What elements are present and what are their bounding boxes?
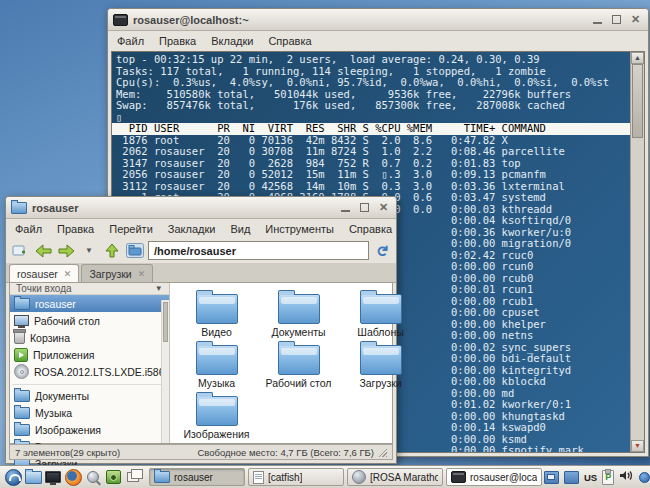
refresh-icon[interactable]: ↻: [372, 241, 392, 261]
terminal-window-icon: [113, 14, 128, 26]
task-button-area: rosauser[catfish][ROSA Marathon ...rosau…: [149, 468, 542, 486]
close-icon[interactable]: ✕: [378, 202, 389, 213]
file-item-label: Рабочий стол: [258, 377, 340, 389]
up-button[interactable]: [102, 241, 122, 261]
sidebar-scrollbar[interactable]: [161, 300, 169, 443]
sidebar-item-music[interactable]: Музыка: [10, 404, 169, 421]
show-desktop-button[interactable]: [43, 468, 63, 486]
tab-rosauser[interactable]: rosauser✕: [9, 264, 79, 282]
sidebar-header[interactable]: Точки входа ▼: [10, 283, 169, 295]
terminal-titlebar[interactable]: rosauser@localhost:~ ✕: [108, 9, 648, 31]
fm-sidebar: Точки входа ▼ rosauserРабочий столКорзин…: [10, 283, 170, 443]
sidebar-item-apps[interactable]: Приложения: [10, 346, 169, 363]
tab-label: rosauser: [17, 268, 58, 280]
scrollbar-thumb[interactable]: [632, 64, 643, 138]
file-item-music[interactable]: Музыка: [176, 340, 258, 391]
sidebar-item-label: Корзина: [30, 332, 70, 344]
resize-grip[interactable]: [378, 448, 387, 457]
menu-item[interactable]: Правка: [57, 223, 94, 235]
iconify-windows-button[interactable]: [123, 468, 143, 486]
folder-icon: [14, 298, 30, 310]
firefox-button[interactable]: [63, 468, 83, 486]
terminal-line: top - 00:32:15 up 22 min, 2 users, load …: [116, 54, 630, 66]
screenshot-button[interactable]: [103, 468, 123, 486]
back-button[interactable]: [33, 241, 53, 261]
search-button[interactable]: [83, 468, 103, 486]
keyboard-layout-indicator[interactable]: US: [584, 472, 597, 483]
tab-close-icon[interactable]: ✕: [138, 269, 146, 279]
home-button[interactable]: [125, 241, 145, 261]
sidebar-item-desktop[interactable]: Рабочий стол: [10, 312, 169, 329]
path-input[interactable]: /home/rosauser: [148, 241, 369, 260]
terminal-scrollbar[interactable]: ▲ ▼: [630, 52, 644, 452]
sidebar-item-rosa-iso[interactable]: ROSA.2012.LTS.LXDE.i586: [10, 363, 169, 380]
maximize-icon[interactable]: [359, 202, 370, 213]
task-button-label: [ROSA Marathon ...: [370, 472, 438, 483]
menu-item[interactable]: Правка: [159, 35, 196, 47]
minimize-icon[interactable]: [592, 14, 603, 25]
screenshot-icon: [106, 470, 121, 484]
scroll-up-icon[interactable]: ▲: [631, 52, 644, 64]
sidebar-item-trash[interactable]: Корзина: [10, 329, 169, 346]
file-item-label: Загрузки: [340, 377, 422, 389]
task-button-catfish[interactable]: [catfish]: [248, 468, 344, 486]
sidebar-item-label: Рабочий стол: [34, 315, 100, 327]
task-button-pcmanfm[interactable]: rosauser: [149, 468, 245, 486]
file-item-label: Изображения: [176, 428, 258, 440]
top-table-header: PID USER PR NI VIRT RES SHR S %CPU %MEM …: [112, 123, 630, 135]
tab-downloads[interactable]: Загрузки✕: [81, 264, 153, 282]
maximize-icon[interactable]: [611, 14, 622, 25]
status-items-count: 7 элементов(29 скрыто): [15, 447, 120, 458]
close-icon[interactable]: ✕: [630, 14, 641, 25]
sidebar-item-home[interactable]: rosauser: [10, 295, 169, 312]
volume-icon[interactable]: [619, 468, 634, 486]
sidebar-item-pictures[interactable]: Изображения: [10, 421, 169, 438]
menu-item[interactable]: Инструменты: [265, 223, 334, 235]
file-manager-button[interactable]: [23, 468, 43, 486]
file-item-documents[interactable]: Документы: [258, 289, 340, 340]
history-dropdown-icon[interactable]: ▼: [79, 241, 99, 261]
folder-icon: [14, 424, 30, 436]
file-item-templates[interactable]: Шаблоны: [340, 289, 422, 340]
terminal-menubar: ФайлПравкаВкладкиСправка: [108, 31, 648, 50]
fm-window-icon: [11, 202, 27, 214]
folder-icon: [360, 345, 402, 375]
menu-item[interactable]: Справка: [268, 35, 311, 47]
file-item-desktop[interactable]: Рабочий стол: [258, 340, 340, 391]
terminal-line: 2062 rosauser 20 0 30708 11m 8724 S 1.0 …: [116, 146, 630, 158]
chevron-down-icon[interactable]: ▼: [155, 284, 163, 293]
clipboard-manager-icon[interactable]: [602, 470, 614, 485]
sidebar-item-label: Приложения: [33, 349, 94, 361]
menu-item[interactable]: Файл: [15, 223, 42, 235]
tab-close-icon[interactable]: ✕: [64, 269, 72, 279]
file-item-downloads[interactable]: Загрузки: [340, 340, 422, 391]
fm-titlebar[interactable]: rosauser ✕: [6, 197, 396, 219]
file-manager-icon: [25, 471, 42, 484]
new-tab-button[interactable]: [10, 241, 30, 261]
minimize-icon[interactable]: [340, 202, 351, 213]
fm-file-grid: ВидеоДокументыШаблоныМузыкаРабочий столЗ…: [170, 283, 422, 443]
forward-button[interactable]: [56, 241, 76, 261]
folder-icon: [154, 471, 170, 483]
menu-item[interactable]: Справка: [349, 223, 392, 235]
fm-statusbar: 7 элементов(29 скрыто) Свободное место: …: [9, 444, 393, 460]
file-item-pictures[interactable]: Изображения: [176, 391, 258, 442]
desktop-icon: [14, 315, 29, 326]
menu-item[interactable]: Файл: [117, 35, 144, 47]
rosa-menu-button[interactable]: [3, 468, 23, 486]
file-item-label: Документы: [258, 326, 340, 338]
file-item-video[interactable]: Видео: [176, 289, 258, 340]
menu-item[interactable]: Вкладки: [211, 35, 253, 47]
workspace-1-button[interactable]: [544, 471, 559, 484]
menu-item[interactable]: Вид: [230, 223, 250, 235]
scroll-down-icon[interactable]: ▼: [631, 440, 644, 452]
sidebar-item-documents[interactable]: Документы: [10, 387, 169, 404]
fm-toolbar: ▼ /home/rosauser ↻: [6, 238, 396, 263]
menu-item[interactable]: Перейти: [109, 223, 153, 235]
bluetooth-icon[interactable]: [639, 472, 650, 483]
sidebar-item-label: Музыка: [35, 407, 72, 419]
task-button-rosa-marathon[interactable]: [ROSA Marathon ...: [347, 468, 443, 486]
workspace-2-button[interactable]: [564, 471, 579, 484]
task-button-lxterminal[interactable]: rosauser@localh...: [446, 468, 542, 486]
menu-item[interactable]: Закладки: [168, 223, 216, 235]
